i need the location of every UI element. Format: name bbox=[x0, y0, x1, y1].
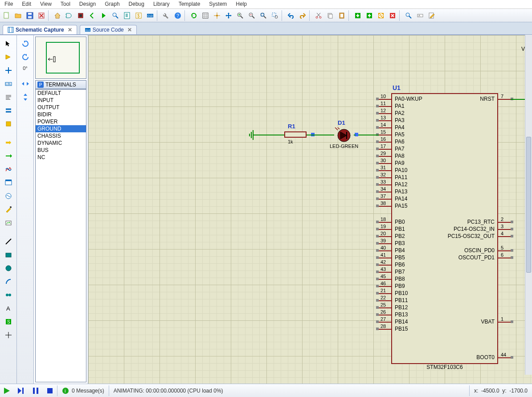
sim-play-icon[interactable] bbox=[1, 385, 13, 396]
resistor-component[interactable] bbox=[284, 131, 307, 138]
zoom-fit-icon[interactable] bbox=[258, 10, 269, 21]
help-icon[interactable]: ? bbox=[172, 10, 183, 21]
block-down-icon[interactable] bbox=[352, 10, 363, 21]
selection-mode-icon[interactable] bbox=[3, 38, 14, 49]
terminals-header[interactable]: P TERMINALS bbox=[35, 80, 86, 89]
tape-icon[interactable] bbox=[3, 177, 14, 188]
close-icon[interactable] bbox=[36, 10, 47, 21]
overview-panel[interactable] bbox=[35, 37, 86, 79]
terminal-item[interactable]: CHASSIS bbox=[36, 132, 86, 139]
probe-icon[interactable] bbox=[3, 204, 14, 215]
menu-system[interactable]: System bbox=[205, 0, 231, 8]
terminals-mode-icon[interactable] bbox=[3, 137, 14, 148]
rotate-cw-icon[interactable] bbox=[20, 38, 31, 49]
menu-template[interactable]: Template bbox=[174, 0, 205, 8]
block-cancel-icon[interactable] bbox=[376, 10, 386, 21]
menu-design[interactable]: Design bbox=[75, 0, 100, 8]
tab-schematic[interactable]: Schematic Capture ✕ bbox=[3, 25, 77, 34]
cut-icon[interactable] bbox=[313, 10, 324, 21]
terminal-item[interactable]: NC bbox=[36, 154, 86, 161]
terminal-item[interactable]: INPUT bbox=[36, 97, 86, 104]
messages-status[interactable]: i 0 Message(s) bbox=[57, 385, 109, 396]
pin-label: PA9 bbox=[395, 160, 405, 166]
generator-icon[interactable] bbox=[3, 190, 14, 202]
dollar-icon[interactable]: $ bbox=[133, 10, 144, 21]
new-file-icon[interactable] bbox=[1, 10, 12, 21]
device-pin-icon[interactable] bbox=[3, 150, 14, 162]
wrench-icon[interactable] bbox=[161, 10, 172, 21]
line-2d-icon[interactable] bbox=[3, 236, 14, 247]
terminal-item[interactable]: POWER bbox=[36, 118, 86, 125]
terminal-item[interactable]: OUTPUT bbox=[36, 104, 86, 111]
origin-icon[interactable] bbox=[212, 10, 222, 21]
wire-label-icon[interactable]: LBL bbox=[3, 78, 14, 90]
pan-icon[interactable] bbox=[223, 10, 234, 21]
search-icon[interactable] bbox=[403, 10, 414, 21]
sim-stop-icon[interactable] bbox=[44, 385, 56, 396]
terminal-item[interactable]: GROUND bbox=[36, 125, 86, 132]
tag-icon[interactable]: A bbox=[415, 10, 426, 21]
redo-icon[interactable] bbox=[297, 10, 308, 21]
menu-tool[interactable]: Tool bbox=[56, 0, 75, 8]
zoom-area-icon[interactable] bbox=[110, 10, 121, 21]
path-2d-icon[interactable] bbox=[3, 289, 14, 301]
binary-icon[interactable]: 010 bbox=[145, 10, 156, 21]
run-icon[interactable] bbox=[98, 10, 109, 21]
arc-2d-icon[interactable] bbox=[3, 276, 14, 287]
tab-source[interactable]: 010 Source Code ✕ bbox=[80, 25, 137, 34]
save-icon[interactable] bbox=[25, 10, 35, 21]
gate-icon[interactable] bbox=[64, 10, 74, 21]
vertical-scrollbar[interactable] bbox=[525, 35, 532, 375]
led-component[interactable] bbox=[333, 127, 355, 143]
block-delete-icon[interactable] bbox=[387, 10, 398, 21]
edit-sheet-icon[interactable] bbox=[426, 10, 437, 21]
bom-icon[interactable]: ≣ bbox=[122, 10, 132, 21]
terminal-item[interactable]: DYNAMIC bbox=[36, 139, 86, 147]
text-2d-icon[interactable]: A bbox=[3, 303, 14, 314]
flip-horizontal-icon[interactable] bbox=[20, 78, 31, 90]
arrow-left-icon[interactable] bbox=[87, 10, 98, 21]
instruments-icon[interactable] bbox=[3, 217, 14, 229]
ground-terminal[interactable] bbox=[249, 128, 258, 142]
zoom-out-icon[interactable] bbox=[246, 10, 257, 21]
tab-close-icon[interactable]: ✕ bbox=[127, 27, 132, 33]
menu-file[interactable]: File bbox=[0, 0, 17, 8]
zoom-in-icon[interactable] bbox=[235, 10, 246, 21]
graph-mode-icon[interactable] bbox=[3, 164, 14, 175]
block-up-icon[interactable] bbox=[364, 10, 375, 21]
menu-graph[interactable]: Graph bbox=[100, 0, 124, 8]
rotate-ccw-icon[interactable] bbox=[20, 51, 31, 63]
menu-view[interactable]: View bbox=[36, 0, 56, 8]
terminal-item[interactable]: BUS bbox=[36, 147, 86, 154]
tab-close-icon[interactable]: ✕ bbox=[68, 27, 72, 33]
paste-icon[interactable] bbox=[336, 10, 347, 21]
bus-icon[interactable] bbox=[3, 105, 14, 116]
terminal-item[interactable]: BIDIR bbox=[36, 111, 86, 118]
sim-step-icon[interactable] bbox=[15, 385, 28, 396]
component-mode-icon[interactable] bbox=[3, 51, 14, 63]
copy-icon[interactable] bbox=[325, 10, 336, 21]
refresh-icon[interactable] bbox=[188, 10, 199, 21]
terminal-item[interactable]: DEFAULT bbox=[36, 90, 86, 97]
text-script-icon[interactable] bbox=[3, 91, 14, 103]
marker-2d-icon[interactable] bbox=[3, 329, 14, 341]
symbol-2d-icon[interactable]: S bbox=[3, 316, 14, 327]
menu-library[interactable]: Library bbox=[149, 0, 174, 8]
menu-debug[interactable]: Debug bbox=[124, 0, 149, 8]
flip-vertical-icon[interactable] bbox=[20, 91, 31, 103]
junction-icon[interactable] bbox=[3, 65, 14, 76]
terminals-list[interactable]: DEFAULTINPUTOUTPUTBIDIRPOWERGROUNDCHASSI… bbox=[35, 89, 86, 382]
menu-help[interactable]: Help bbox=[231, 0, 251, 8]
menu-edit[interactable]: Edit bbox=[17, 0, 36, 8]
zoom-region-icon[interactable] bbox=[270, 10, 280, 21]
subcircuit-icon[interactable] bbox=[3, 118, 14, 130]
schematic-canvas[interactable]: STM32F103C6U110PA0-WKUP11PA112PA213PA314… bbox=[88, 35, 532, 384]
grid-icon[interactable] bbox=[200, 10, 211, 21]
chip-icon[interactable] bbox=[75, 10, 86, 21]
box-2d-icon[interactable] bbox=[3, 249, 14, 261]
sim-pause-icon[interactable] bbox=[29, 385, 42, 396]
undo-icon[interactable] bbox=[286, 10, 296, 21]
open-file-icon[interactable] bbox=[13, 10, 24, 21]
circle-2d-icon[interactable] bbox=[3, 262, 14, 274]
home-icon[interactable] bbox=[52, 10, 63, 21]
